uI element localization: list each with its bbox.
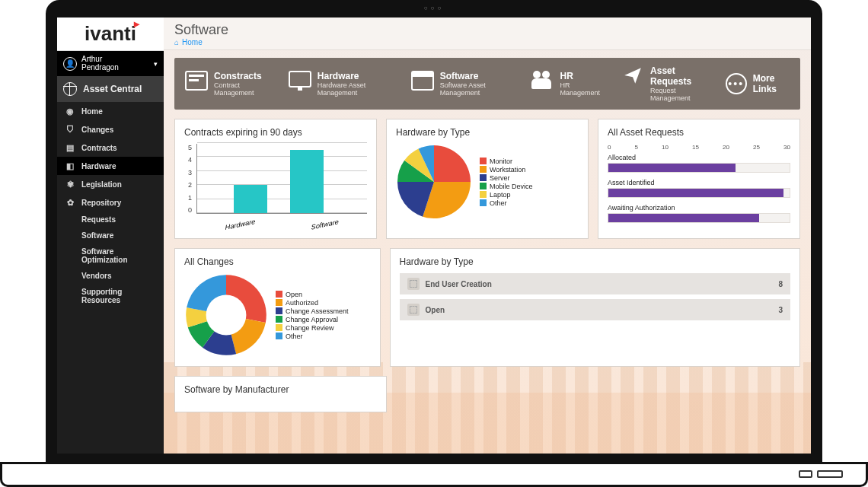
laptop-base — [0, 462, 868, 487]
link-more[interactable]: ••• More Links — [726, 73, 790, 94]
page-title: Software — [174, 22, 800, 38]
hardware-icon — [289, 71, 311, 88]
brand-text: ivanti — [85, 22, 136, 45]
list-item[interactable]: Open3 — [400, 299, 790, 320]
gear-icon: ✾ — [65, 179, 75, 189]
brand-logo: ivanti▸ — [57, 18, 164, 51]
donut-legend: OpenAuthorizedChange AssessmentChange Ap… — [276, 290, 349, 341]
hbar-row: Awaiting Authorization — [608, 204, 790, 223]
user-name: Arthur Pendragon — [81, 56, 119, 72]
card-contracts-expiring: Contracts expiring in 90 days 543210 Har… — [174, 119, 377, 239]
module-asset-central[interactable]: Asset Central — [57, 76, 164, 102]
nav-legislation[interactable]: ✾Legislation — [57, 175, 164, 193]
card-title: Software by Manufacturer — [184, 384, 377, 395]
donut-chart — [184, 273, 268, 357]
card-title: Contracts expiring in 90 days — [184, 127, 367, 138]
module-label: Asset Central — [83, 84, 142, 94]
camera-dots-icon: ○○○ — [48, 2, 820, 14]
cube-icon: ◧ — [65, 161, 75, 171]
barchart-yaxis: 543210 — [184, 144, 192, 228]
shield-icon: ⛉ — [65, 124, 75, 135]
nav-changes[interactable]: ⛉Changes — [57, 120, 164, 138]
nav-software-optimization[interactable]: Software Optimization — [57, 244, 164, 268]
link-hr[interactable]: HRHR Management — [531, 71, 601, 97]
svg-point-0 — [206, 295, 247, 336]
contracts-icon — [185, 71, 208, 91]
card-title: All Changes — [184, 256, 371, 267]
card-title: Hardware by Type — [396, 127, 579, 138]
pie-chart — [396, 144, 472, 220]
list-item[interactable]: End User Creation8 — [400, 273, 790, 294]
barchart-contracts: 543210 HardwareSoftware — [184, 144, 367, 228]
nav-repository[interactable]: ✿Repository — [57, 193, 164, 212]
barchart-plot: HardwareSoftware — [196, 144, 367, 214]
breadcrumb-home: Home — [182, 38, 203, 46]
hbar-row: Allocated — [608, 154, 790, 173]
link-hardware[interactable]: HardwareHardware Asset Management — [289, 71, 390, 97]
card-hardware-list: Hardware by Type End User Creation8Open3 — [390, 248, 800, 367]
breadcrumb[interactable]: ⌂ Home — [174, 38, 800, 46]
home-icon: ⌂ — [174, 38, 179, 46]
paper-plane-icon — [621, 65, 644, 85]
nav-contracts[interactable]: ▤Contracts — [57, 138, 164, 157]
nav-vendors[interactable]: Vendors — [57, 268, 164, 284]
quicklinks-bar: ConstractsContract Management HardwareHa… — [174, 58, 800, 110]
nav-software[interactable]: Software — [57, 228, 164, 244]
main-content: Software ⌂ Home ConstractsContract Manag… — [164, 18, 811, 454]
nav-hardware[interactable]: ◧Hardware — [57, 157, 164, 175]
user-menu[interactable]: 👤 Arthur Pendragon ▾ — [57, 51, 164, 76]
main-header: Software ⌂ Home — [164, 18, 811, 50]
hbar-axis: 051015202530 — [608, 144, 790, 151]
link-software[interactable]: SoftwareSoftware Asset Management — [411, 71, 510, 97]
card-software-manufacturer: Software by Manufacturer — [174, 376, 387, 412]
nav-home[interactable]: ◉Home — [57, 102, 164, 120]
globe-icon — [63, 82, 77, 96]
list-item-icon — [407, 278, 420, 290]
hbar-row: Asset Identified — [608, 179, 790, 198]
card-hardware-pie: Hardware by Type MonitorWorkstationServe… — [386, 119, 589, 239]
more-icon: ••• — [726, 73, 747, 94]
nav-list: ◉Home ⛉Changes ▤Contracts ◧Hardware ✾Leg… — [57, 102, 164, 308]
card-asset-requests: All Asset Requests 051015202530 Allocate… — [598, 119, 800, 239]
nav-requests[interactable]: Requests — [57, 212, 164, 228]
nav-supporting-resources[interactable]: Supporting Resources — [57, 284, 164, 308]
dashboard-icon: ◉ — [65, 106, 75, 116]
card-title: Hardware by Type — [400, 256, 790, 267]
document-icon: ▤ — [65, 142, 75, 153]
brand-accent-icon: ▸ — [134, 18, 139, 30]
link-contracts[interactable]: ConstractsContract Management — [185, 71, 267, 97]
list-item-icon — [407, 304, 420, 316]
card-all-changes: All Changes OpenAuthorizedChange Assessm… — [174, 248, 381, 367]
sidebar: 👤 Arthur Pendragon ▾ Asset Central ◉Home… — [57, 51, 164, 454]
chevron-down-icon: ▾ — [154, 60, 158, 68]
link-asset-requests[interactable]: Asset RequestsRequest Management — [621, 65, 704, 102]
pie-legend: MonitorWorkstationServerMobile DeviceLap… — [480, 157, 533, 208]
avatar-icon: 👤 — [63, 57, 77, 71]
software-icon — [411, 71, 434, 91]
card-title: All Asset Requests — [608, 127, 790, 138]
people-icon — [531, 71, 554, 91]
settings-icon: ✿ — [65, 197, 75, 208]
